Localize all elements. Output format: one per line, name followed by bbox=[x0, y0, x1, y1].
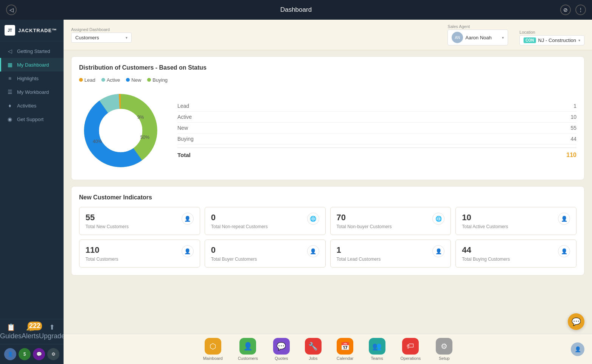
sidebar-item-my-dashboard[interactable]: ▦ My Dashboard bbox=[0, 58, 64, 72]
teams-icon: 👥 bbox=[369, 338, 385, 355]
indicator-new-customers: 55 Total New Customers 👤 bbox=[79, 207, 200, 235]
dropdown-arrow-icon: ▾ bbox=[126, 36, 127, 40]
assigned-dashboard-field: Assigned Dashboard Customers ▾ bbox=[71, 27, 132, 43]
sidebar-item-getting-started[interactable]: ◁ Getting Started bbox=[0, 44, 64, 58]
chart-stats: Lead 1 Active 10 New 55 Buying bbox=[177, 101, 576, 161]
more-menu-icon[interactable]: ⋮ bbox=[575, 5, 586, 15]
calendar-icon: 📅 bbox=[337, 338, 353, 355]
assigned-dashboard-select[interactable]: Customers ▾ bbox=[71, 33, 132, 43]
svg-point-4 bbox=[99, 109, 142, 152]
operations-icon: 🏷 bbox=[402, 338, 419, 355]
jobs-icon: 🔧 bbox=[305, 338, 322, 355]
location-select[interactable]: CON NJ - Construction ▾ bbox=[519, 35, 584, 45]
top-bar-left: ◁ bbox=[6, 5, 17, 15]
setup-icon: ⚙ bbox=[436, 338, 452, 355]
nav-quotes[interactable]: 💬 Quotes bbox=[266, 334, 297, 364]
indicator-icon-4: 👤 bbox=[182, 245, 194, 257]
indicator-icon-5: 👤 bbox=[307, 245, 319, 257]
my-dashboard-icon: ▦ bbox=[6, 62, 13, 68]
nav-calendar[interactable]: 📅 Calendar bbox=[329, 334, 361, 364]
highlights-icon: ≡ bbox=[6, 75, 13, 81]
indicator-nonbuyer-customers: 70 Total Non-buyer Customers 🌐 bbox=[330, 207, 451, 235]
customers-icon: 👤 bbox=[239, 338, 256, 355]
header-agent-section: Sales Agent AN Aaron Noah ▾ Location CON… bbox=[447, 24, 584, 45]
guides-icon: 📋 bbox=[7, 323, 15, 331]
user-avatar-3[interactable]: 💬 bbox=[33, 348, 45, 360]
sidebar-item-label: My Workboard bbox=[17, 89, 49, 95]
workboard-icon: ☰ bbox=[6, 89, 13, 95]
assigned-dashboard-label: Assigned Dashboard bbox=[71, 27, 132, 32]
sidebar-item-label: Highlights bbox=[17, 76, 39, 81]
bottom-nav: ⬡ Mainboard 👤 Customers 💬 Quotes 🔧 Jobs … bbox=[64, 334, 592, 364]
indicator-icon-1: 🌐 bbox=[307, 213, 319, 225]
top-bar-right: ⊘ ⋮ bbox=[560, 5, 586, 15]
chart-title: Distribution of Customers - Based on Sta… bbox=[79, 64, 576, 71]
sidebar-item-label: Getting Started bbox=[17, 48, 50, 54]
nav-mainboard[interactable]: ⬡ Mainboard bbox=[196, 334, 230, 364]
agent-dropdown-arrow-icon: ▾ bbox=[502, 36, 504, 40]
sidebar-item-activities[interactable]: ♦ Activities bbox=[0, 99, 64, 112]
indicator-lead-customers: 1 Total Lead Customers 👤 bbox=[330, 240, 451, 268]
indicator-active-customers: 10 Total Active Customers 👤 bbox=[455, 207, 576, 235]
indicators-card: New Customer Indicators 55 Total New Cus… bbox=[71, 186, 584, 275]
quotes-icon: 💬 bbox=[273, 338, 290, 355]
location-dropdown-arrow-icon: ▾ bbox=[578, 38, 580, 42]
activities-icon: ♦ bbox=[6, 103, 13, 109]
indicator-nonrepeat-customers: 0 Total Non-repeat Customers 🌐 bbox=[205, 207, 326, 235]
logo-text: JACKTRADE™ bbox=[18, 28, 57, 33]
svg-text:9%: 9% bbox=[137, 115, 144, 120]
chart-legend: Lead Active New Buying bbox=[79, 77, 576, 83]
indicator-buying-customers: 44 Total Buying Customers 👤 bbox=[455, 240, 576, 268]
user-avatar-1[interactable]: 👤 bbox=[4, 348, 16, 360]
getting-started-icon: ◁ bbox=[6, 48, 13, 54]
legend-lead: Lead bbox=[79, 77, 95, 83]
user-avatar-2[interactable]: $ bbox=[19, 348, 31, 360]
indicators-title: New Customer Indicators bbox=[79, 194, 576, 201]
content-area: Assigned Dashboard Customers ▾ Sales Age… bbox=[64, 20, 592, 364]
nav-teams[interactable]: 👥 Teams bbox=[361, 334, 393, 364]
sidebar-bottom: 📋 Guides 🔔 222 Alerts ⬆ Upgrade bbox=[0, 319, 64, 344]
sidebar-item-get-support[interactable]: ◉ Get Support bbox=[0, 112, 64, 126]
sidebar-item-label: Get Support bbox=[17, 117, 44, 122]
svg-text:40%: 40% bbox=[93, 139, 102, 144]
indicator-icon-0: 👤 bbox=[182, 213, 194, 225]
sidebar-guides[interactable]: 📋 Guides bbox=[0, 323, 22, 340]
nav-setup[interactable]: ⚙ Setup bbox=[428, 334, 460, 364]
sales-agent-label: Sales Agent bbox=[447, 24, 508, 29]
back-button[interactable]: ◁ bbox=[6, 5, 17, 15]
sidebar-footer-icons: 👤 $ 💬 ⚙ bbox=[0, 344, 64, 364]
compass-icon[interactable]: ⊘ bbox=[560, 5, 571, 15]
upgrade-icon: ⬆ bbox=[49, 323, 55, 331]
sidebar: JT JACKTRADE™ ◁ Getting Started ▦ My Das… bbox=[0, 20, 64, 364]
support-icon: ◉ bbox=[6, 116, 13, 122]
sidebar-item-label: My Dashboard bbox=[17, 62, 49, 68]
indicator-total-customers: 110 Total Customers 👤 bbox=[79, 240, 200, 268]
indicator-icon-7: 👤 bbox=[558, 245, 570, 257]
chat-button[interactable]: 💬 bbox=[568, 313, 584, 330]
sidebar-upgrade[interactable]: ⬆ Upgrade bbox=[39, 323, 65, 340]
logo-icon: JT bbox=[5, 25, 15, 36]
user-avatar-4[interactable]: ⚙ bbox=[47, 348, 59, 360]
sidebar-item-highlights[interactable]: ≡ Highlights bbox=[0, 72, 64, 85]
top-bar: ◁ Dashboard ⊘ ⋮ bbox=[0, 0, 592, 20]
stat-active: Active 10 bbox=[177, 112, 576, 123]
sidebar-item-my-workboard[interactable]: ☰ My Workboard bbox=[0, 85, 64, 99]
stat-new: New 55 bbox=[177, 123, 576, 134]
sidebar-nav: ◁ Getting Started ▦ My Dashboard ≡ Highl… bbox=[0, 41, 64, 319]
indicator-icon-3: 👤 bbox=[558, 213, 570, 225]
sidebar-alerts[interactable]: 🔔 222 Alerts bbox=[22, 323, 39, 340]
nav-operations[interactable]: 🏷 Operations bbox=[393, 334, 429, 364]
header-bar: Assigned Dashboard Customers ▾ Sales Age… bbox=[64, 20, 592, 50]
nav-user-avatar[interactable]: 👤 bbox=[571, 342, 584, 356]
sales-agent-select[interactable]: AN Aaron Noah ▾ bbox=[447, 30, 508, 45]
legend-new: New bbox=[126, 77, 141, 83]
nav-jobs[interactable]: 🔧 Jobs bbox=[297, 334, 329, 364]
distribution-chart-card: Distribution of Customers - Based on Sta… bbox=[71, 56, 584, 180]
legend-active: Active bbox=[101, 77, 120, 83]
agent-avatar: AN bbox=[452, 32, 463, 43]
sales-agent-field: Sales Agent AN Aaron Noah ▾ bbox=[447, 24, 508, 45]
mainboard-icon: ⬡ bbox=[205, 338, 221, 355]
main-layout: JT JACKTRADE™ ◁ Getting Started ▦ My Das… bbox=[0, 20, 592, 364]
nav-customers[interactable]: 👤 Customers bbox=[230, 334, 266, 364]
location-field: Location CON NJ - Construction ▾ bbox=[519, 30, 584, 45]
